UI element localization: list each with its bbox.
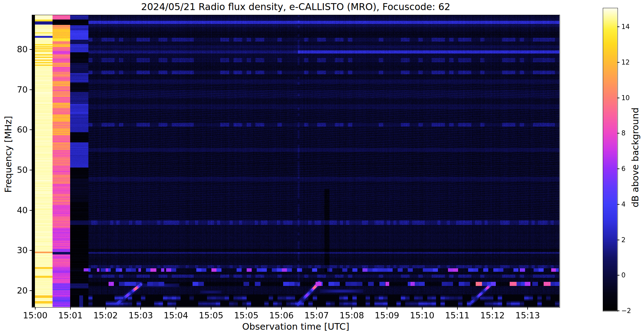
colorbar-tick-label: 0 [621, 271, 625, 279]
y-tick-label: 20 [6, 286, 28, 296]
y-tick-label: 50 [6, 165, 28, 175]
x-tick-mark [35, 307, 36, 310]
x-tick-mark [281, 307, 282, 310]
colorbar-canvas [603, 8, 617, 311]
x-tick-label: 15:03 [128, 310, 153, 320]
y-tick-mark [30, 290, 32, 291]
x-tick-label: 15:00 [23, 310, 48, 320]
y-tick-mark [30, 210, 32, 211]
x-tick-label: 15:02 [93, 310, 118, 320]
colorbar-tick-mark [617, 204, 619, 205]
y-tick-mark [30, 170, 32, 170]
x-tick-mark [176, 307, 176, 310]
colorbar-tick-mark [617, 98, 619, 98]
y-tick-label: 60 [6, 125, 28, 135]
x-tick-mark [316, 307, 317, 310]
chart-title: 2024/05/21 Radio flux density, e-CALLIST… [141, 1, 451, 12]
colorbar-tick-mark [617, 275, 619, 276]
x-tick-label: 15:05 [234, 310, 259, 320]
x-tick-label: 15:09 [375, 310, 399, 320]
x-tick-mark [422, 307, 423, 310]
colorbar-tick-mark [617, 62, 619, 63]
colorbar-tick-label: 2 [621, 236, 625, 244]
colorbar-tick-mark [617, 240, 619, 240]
x-tick-label: 15:13 [515, 310, 540, 320]
y-tick-label: 30 [6, 245, 28, 255]
colorbar-label: dB above background [630, 107, 641, 207]
colorbar-tick-mark [617, 133, 619, 134]
colorbar-tick-mark [617, 168, 619, 169]
x-tick-mark [246, 307, 247, 310]
y-tick-mark [30, 250, 32, 251]
x-tick-label: 15:12 [480, 310, 505, 320]
y-tick-label: 80 [6, 44, 28, 54]
x-tick-label: 15:07 [304, 310, 329, 320]
x-tick-mark [492, 307, 493, 310]
colorbar-tick-label: 12 [621, 58, 630, 66]
y-tick-mark [30, 129, 32, 130]
x-tick-mark [527, 307, 528, 310]
y-tick-mark [30, 49, 32, 50]
x-tick-mark [140, 307, 141, 310]
colorbar-tick-label: 10 [621, 94, 630, 102]
colorbar-tick-mark [617, 26, 619, 27]
colorbar-tick-mark [617, 310, 619, 311]
x-tick-mark [387, 307, 387, 310]
figure: 2024/05/21 Radio flux density, e-CALLIST… [0, 0, 644, 336]
x-axis-label: Observation time [UTC] [242, 321, 350, 332]
colorbar-tick-label: 6 [621, 165, 625, 173]
x-tick-label: 15:01 [58, 310, 83, 320]
y-tick-label: 70 [6, 85, 28, 95]
colorbar-tick-label: 8 [621, 129, 625, 137]
x-tick-mark [457, 307, 458, 310]
colorbar-tick-label: 4 [621, 200, 625, 208]
x-tick-label: 15:10 [410, 310, 434, 320]
x-tick-label: 15:11 [445, 310, 470, 320]
x-tick-mark [351, 307, 352, 310]
x-tick-label: 15:04 [164, 310, 188, 320]
x-tick-mark [211, 307, 211, 310]
x-tick-label: 15:06 [269, 310, 294, 320]
x-tick-label: 15:08 [339, 310, 364, 320]
colorbar-tick-label: 14 [621, 23, 630, 31]
y-tick-label: 40 [6, 205, 28, 215]
x-tick-mark [70, 307, 71, 310]
colorbar-tick-label: −2 [621, 307, 631, 315]
x-tick-mark [105, 307, 106, 310]
y-tick-mark [30, 89, 32, 90]
spectrogram-canvas [32, 15, 559, 307]
x-tick-label: 15:05 [199, 310, 223, 320]
